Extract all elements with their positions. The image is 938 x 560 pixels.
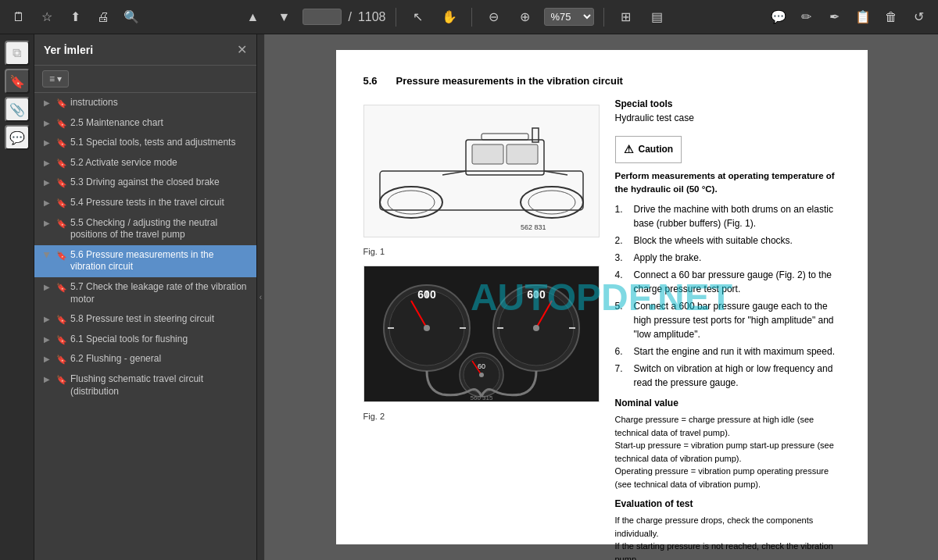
bookmarks-panel: Yer İmleri ✕ ≡ ▾ ▶🔖instructions▶🔖2.5 Mai… <box>34 34 257 560</box>
sidebar-icons: ⧉ 🔖 📎 💬 <box>0 34 34 560</box>
bookmark-icon: 🔖 <box>56 218 67 229</box>
new-file-btn[interactable]: 🗒 <box>6 5 31 30</box>
delete-btn[interactable]: 🗑 <box>879 5 904 30</box>
draw-btn[interactable]: ✒ <box>822 5 847 30</box>
bookmark-btn[interactable]: ☆ <box>34 5 59 30</box>
nominal-lines: Charge pressure = charge pressure at hig… <box>615 413 840 490</box>
sidebar-icon-attachments[interactable]: 📎 <box>5 97 30 122</box>
main-area: ⧉ 🔖 📎 💬 Yer İmleri ✕ ≡ ▾ ▶🔖instructions▶… <box>0 34 938 560</box>
fig2-label: Fig. 2 <box>363 410 600 423</box>
bookmark-chevron: ▶ <box>41 374 53 384</box>
panel-collapse-handle[interactable]: ‹ <box>257 34 265 560</box>
bookmark-label: 5.5 Checking / adjusting the neutral pos… <box>70 217 250 241</box>
bookmark-item-5-2[interactable]: ▶🔖5.2 Activate service mode <box>34 153 256 173</box>
bookmark-label: 5.6 Pressure measurements in the vibrati… <box>70 249 250 273</box>
sidebar-icon-bookmarks[interactable]: 🔖 <box>5 69 30 94</box>
page-separator: / <box>348 10 351 24</box>
special-tools-value: Hydraulic test case <box>615 112 694 123</box>
bookmark-label: 5.8 Pressure test in steering circuit <box>70 313 250 326</box>
section-title: Pressure measurements in the vibration c… <box>396 73 623 89</box>
upload-btn[interactable]: ⬆ <box>63 5 88 30</box>
page-total: 1108 <box>358 10 386 24</box>
figure-1-image: 562 831 <box>363 105 600 237</box>
fig1-label: Fig. 1 <box>363 245 600 259</box>
zoom-out-btn[interactable]: ⊖ <box>482 5 507 30</box>
bookmark-item-instructions[interactable]: ▶🔖instructions <box>34 93 256 113</box>
svg-point-6 <box>521 187 583 218</box>
svg-point-29 <box>533 325 539 331</box>
bookmark-label: 5.3 Driving against the closed brake <box>70 177 250 189</box>
bookmark-chevron: ▶ <box>41 354 53 364</box>
zoom-select[interactable]: %50 %75 %100 %125 %150 <box>544 8 594 26</box>
evaluation-line: If the starting pressure is not reached,… <box>615 540 840 560</box>
bookmark-chevron: ▶ <box>41 137 53 148</box>
undo-btn[interactable]: ↺ <box>907 5 932 30</box>
bookmark-icon: 🔖 <box>56 137 67 148</box>
svg-text:60: 60 <box>477 362 485 370</box>
caution-box: ⚠ Caution <box>615 136 682 163</box>
svg-text:560 315: 560 315 <box>470 394 492 401</box>
evaluation-line: If the charge pressure drops, check the … <box>615 514 840 540</box>
bookmark-item-5-6[interactable]: ▶🔖5.6 Pressure measurements in the vibra… <box>34 245 256 277</box>
step-item: 2.Block the wheels with suitable chocks. <box>615 234 840 248</box>
bookmarks-toolbar: ≡ ▾ <box>34 66 256 93</box>
hand-tool-btn[interactable]: ✋ <box>437 5 462 30</box>
cursor-tool-btn[interactable]: ↖ <box>406 5 431 30</box>
step-item: 6.Start the engine and run it with maxim… <box>615 344 840 358</box>
bookmarks-close-btn[interactable]: ✕ <box>237 42 247 57</box>
bookmarks-options-btn[interactable]: ≡ ▾ <box>42 70 69 87</box>
bookmark-item-5-8[interactable]: ▶🔖5.8 Pressure test in steering circuit <box>34 309 256 330</box>
steps-list: 1.Drive the machine with both drums on a… <box>615 202 840 390</box>
special-tools-label: Special tools <box>615 98 673 109</box>
bookmark-chevron: ▶ <box>41 158 53 168</box>
page-navigation: ▲ ▼ 72 / 1108 ↖ ✋ ⊖ ⊕ %50 %75 %100 %125 … <box>240 5 669 30</box>
bookmark-item-5-4[interactable]: ▶🔖5.4 Pressure tests in the travel circu… <box>34 193 256 213</box>
bookmark-item-5-3[interactable]: ▶🔖5.3 Driving against the closed brake <box>34 173 256 193</box>
caution-text: Perform measurements at operating temper… <box>615 171 835 194</box>
bookmark-item-6-1[interactable]: ▶🔖6.1 Special tools for flushing <box>34 330 256 350</box>
svg-rect-3 <box>507 144 538 164</box>
bookmark-item-maintenance-chart[interactable]: ▶🔖2.5 Maintenance chart <box>34 113 256 134</box>
bookmark-label: Flushing schematic travel circuit (distr… <box>70 373 250 398</box>
bookmark-chevron: ▶ <box>41 218 53 228</box>
bookmark-label: 5.1 Special tools, tests and adjustments <box>70 137 250 149</box>
bookmark-icon: 🔖 <box>56 250 67 261</box>
bookmark-item-5-1[interactable]: ▶🔖5.1 Special tools, tests and adjustmen… <box>34 133 256 153</box>
caution-label: Caution <box>639 142 674 156</box>
bookmark-chevron: ▶ <box>41 118 53 128</box>
bookmark-item-flushing-schematic[interactable]: ▶🔖Flushing schematic travel circuit (dis… <box>34 369 256 401</box>
stamp-btn[interactable]: 📋 <box>850 5 875 30</box>
bookmarks-list: ▶🔖instructions▶🔖2.5 Maintenance chart▶🔖5… <box>34 93 256 560</box>
page-number-input[interactable]: 72 <box>303 9 342 25</box>
bookmark-item-5-7[interactable]: ▶🔖5.7 Check the leakage rate of the vibr… <box>34 277 256 309</box>
nominal-line: Operating pressure = vibration pump oper… <box>615 465 840 490</box>
spread-btn[interactable]: ▤ <box>645 5 670 30</box>
toolbar: 🗒 ☆ ⬆ 🖨 🔍 ▲ ▼ 72 / 1108 ↖ ✋ ⊖ ⊕ %50 %75 … <box>0 0 938 34</box>
bookmark-item-5-5[interactable]: ▶🔖5.5 Checking / adjusting the neutral p… <box>34 213 256 245</box>
print-btn[interactable]: 🖨 <box>91 5 116 30</box>
pdf-area[interactable]: AUTOPDF.NET 5.6 Pressure measurements in… <box>265 34 938 560</box>
fit-page-btn[interactable]: ⊞ <box>614 5 639 30</box>
bookmark-icon: 🔖 <box>56 98 67 109</box>
highlight-btn[interactable]: ✏ <box>794 5 819 30</box>
zoom-in-btn[interactable]: ⊕ <box>513 5 538 30</box>
bookmark-chevron: ▶ <box>41 198 53 208</box>
next-page-btn[interactable]: ▼ <box>271 5 296 30</box>
bookmark-icon: 🔖 <box>56 314 67 325</box>
bookmark-item-6-2[interactable]: ▶🔖6.2 Flushing - general <box>34 349 256 369</box>
step-item: 1.Drive the machine with both drums on a… <box>615 202 840 230</box>
evaluation-lines: If the charge pressure drops, check the … <box>615 514 840 560</box>
search-toolbar-btn[interactable]: 🔍 <box>119 5 144 30</box>
bookmark-label: 6.1 Special tools for flushing <box>70 334 250 346</box>
prev-page-btn[interactable]: ▲ <box>240 5 265 30</box>
sidebar-icon-comments[interactable]: 💬 <box>5 125 30 150</box>
bookmark-label: 2.5 Maintenance chart <box>70 117 250 130</box>
bookmark-chevron: ▶ <box>41 314 53 324</box>
sidebar-icon-layers[interactable]: ⧉ <box>5 41 30 66</box>
svg-rect-11 <box>482 134 528 140</box>
bookmark-icon: 🔖 <box>56 177 67 188</box>
bookmark-chevron: ▶ <box>41 282 53 292</box>
bookmark-icon: 🔖 <box>56 282 67 293</box>
bookmark-label: instructions <box>70 97 250 109</box>
comment-btn[interactable]: 💬 <box>766 5 791 30</box>
